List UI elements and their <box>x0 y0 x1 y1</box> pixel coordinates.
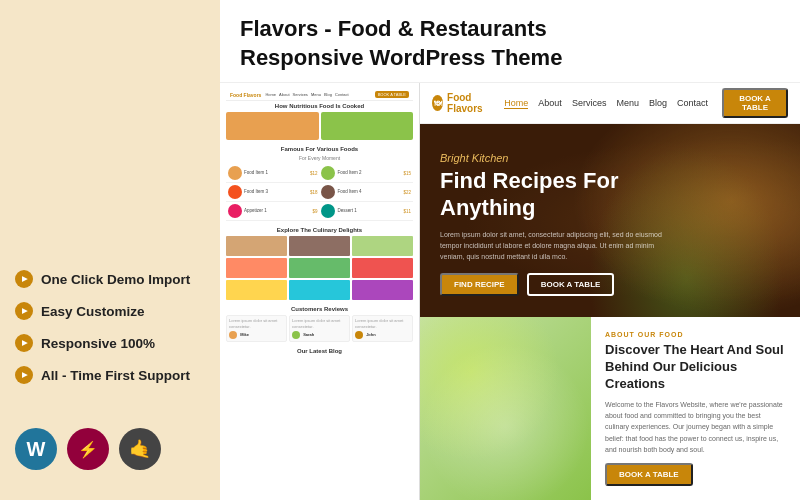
preview-panel: Food Flavors Home About Services Menu Bl… <box>220 83 420 500</box>
menu-row-1: Food Item 1 $12 Food Item 2 $15 <box>226 164 413 183</box>
about-description: Welcome to the Flavors Website, where we… <box>605 399 786 455</box>
gallery-cell-9 <box>352 280 413 300</box>
menu-img-4 <box>321 185 335 199</box>
menu-img-1 <box>228 166 242 180</box>
hero-buttons: FIND RECIPE BOOK A TABLE <box>440 273 680 296</box>
feature-item-3: Responsive 100% <box>15 334 205 352</box>
features-list: One Click Demo Import Easy Customize Res… <box>15 270 205 398</box>
logo-icon: 🍽 <box>432 95 443 111</box>
how-title: How Nutritious Food Is Cooked <box>226 103 413 109</box>
find-recipe-button[interactable]: FIND RECIPE <box>440 273 519 296</box>
content-row: Food Flavors Home About Services Menu Bl… <box>220 83 800 500</box>
gallery-cell-8 <box>289 280 350 300</box>
hero-description: Lorem ipsum dolor sit amet, consectetur … <box>440 229 680 263</box>
preview-nav: Food Flavors Home About Services Menu Bl… <box>226 89 413 101</box>
theme-display: 🍽 Food Flavors Home About Services Menu … <box>420 83 800 500</box>
feature-item-1: One Click Demo Import <box>15 270 205 288</box>
gallery-cell-6 <box>352 258 413 278</box>
preview-nav-links: Home About Services Menu Blog Contact <box>265 92 370 97</box>
about-image <box>420 317 591 500</box>
hero-content: Bright Kitchen Find Recipes ForAnything … <box>440 152 680 295</box>
prev-link-menu: Menu <box>311 92 321 97</box>
about-cta-button[interactable]: BOOK A TABLE <box>605 463 693 486</box>
arrow-icon-1 <box>15 270 33 288</box>
how-food-grid <box>226 112 413 140</box>
page-title: Flavors - Food & Restaurants Responsive … <box>240 15 780 72</box>
famous-sub: For Every Moment <box>226 155 413 161</box>
gallery-cell-7 <box>226 280 287 300</box>
food-thumb-1 <box>226 112 319 140</box>
feature-item-2: Easy Customize <box>15 302 205 320</box>
prev-link-services: Services <box>293 92 308 97</box>
menu-img-5 <box>228 204 242 218</box>
gallery-cell-4 <box>226 258 287 278</box>
menu-row-3: Appetizer 1 $9 Dessert 1 $11 <box>226 202 413 221</box>
hero-main-title: Find Recipes ForAnything <box>440 168 680 221</box>
elementor-icon: ⚡ <box>67 428 109 470</box>
menu-img-6 <box>321 204 335 218</box>
gallery-cell-2 <box>289 236 350 256</box>
theme-nav: 🍽 Food Flavors Home About Services Menu … <box>420 83 800 124</box>
review-avatar-2 <box>292 331 300 339</box>
wordpress-icon: W <box>15 428 57 470</box>
prev-link-blog: Blog <box>324 92 332 97</box>
theme-hero: Bright Kitchen Find Recipes ForAnything … <box>420 124 800 317</box>
reviews-section: Customers Reviews Lorem ipsum dolor sit … <box>226 306 413 342</box>
theme-nav-contact[interactable]: Contact <box>677 98 708 109</box>
arrow-icon-3 <box>15 334 33 352</box>
theme-nav-home[interactable]: Home <box>504 98 528 109</box>
prev-link-about: About <box>279 92 289 97</box>
theme-logo: 🍽 Food Flavors <box>432 92 490 114</box>
blog-title: Our Latest Blog <box>226 348 413 354</box>
hand-icon: 🤙 <box>119 428 161 470</box>
gallery-title: Explore The Culinary Delights <box>226 227 413 233</box>
book-table-hero-button[interactable]: BOOK A TABLE <box>527 273 615 296</box>
menu-img-3 <box>228 185 242 199</box>
gallery-grid <box>226 236 413 300</box>
theme-nav-links: Home About Services Menu Blog Contact <box>504 98 708 109</box>
reviews-title: Customers Reviews <box>226 306 413 312</box>
feature-item-4: All - Time First Support <box>15 366 205 384</box>
book-table-button[interactable]: BOOK A TABLE <box>722 88 788 118</box>
arrow-icon-4 <box>15 366 33 384</box>
review-card-1: Lorem ipsum dolor sit amet consectetur. … <box>226 315 287 342</box>
gallery-cell-3 <box>352 236 413 256</box>
famous-section: Famous For Various Foods For Every Momen… <box>226 146 413 221</box>
menu-row-2: Food Item 3 $18 Food Item 4 $22 <box>226 183 413 202</box>
theme-about: ABOUT OUR FOOD Discover The Heart And So… <box>420 317 800 500</box>
preview-logo: Food Flavors <box>230 92 261 98</box>
how-section: How Nutritious Food Is Cooked <box>226 103 413 140</box>
review-avatar-3 <box>355 331 363 339</box>
about-label: ABOUT OUR FOOD <box>605 331 786 338</box>
food-thumb-2 <box>321 112 414 140</box>
review-card-3: Lorem ipsum dolor sit amet consectetur. … <box>352 315 413 342</box>
food-plate-decoration <box>420 317 591 500</box>
blog-section: Our Latest Blog <box>226 348 413 354</box>
title-bar: Flavors - Food & Restaurants Responsive … <box>220 0 800 83</box>
left-panel: One Click Demo Import Easy Customize Res… <box>0 0 220 500</box>
about-heading: Discover The Heart And Soul Behind Our D… <box>605 342 786 393</box>
prev-link-contact: Contact <box>335 92 349 97</box>
about-text: ABOUT OUR FOOD Discover The Heart And So… <box>591 317 800 500</box>
gallery-cell-1 <box>226 236 287 256</box>
theme-nav-menu[interactable]: Menu <box>616 98 639 109</box>
theme-nav-blog[interactable]: Blog <box>649 98 667 109</box>
platform-icons: W ⚡ 🤙 <box>15 428 205 470</box>
hero-subtitle: Bright Kitchen <box>440 152 680 164</box>
theme-nav-about[interactable]: About <box>538 98 562 109</box>
theme-nav-services[interactable]: Services <box>572 98 607 109</box>
review-card-2: Lorem ipsum dolor sit amet consectetur. … <box>289 315 350 342</box>
gallery-section: Explore The Culinary Delights <box>226 227 413 300</box>
famous-title: Famous For Various Foods <box>226 146 413 152</box>
review-cards: Lorem ipsum dolor sit amet consectetur. … <box>226 315 413 342</box>
gallery-cell-5 <box>289 258 350 278</box>
prev-link-home: Home <box>265 92 276 97</box>
arrow-icon-2 <box>15 302 33 320</box>
review-avatar-1 <box>229 331 237 339</box>
menu-table: Food Item 1 $12 Food Item 2 $15 Food Ite… <box>226 164 413 221</box>
right-area: Flavors - Food & Restaurants Responsive … <box>220 0 800 500</box>
menu-img-2 <box>321 166 335 180</box>
preview-book-btn[interactable]: BOOK A TABLE <box>375 91 409 98</box>
